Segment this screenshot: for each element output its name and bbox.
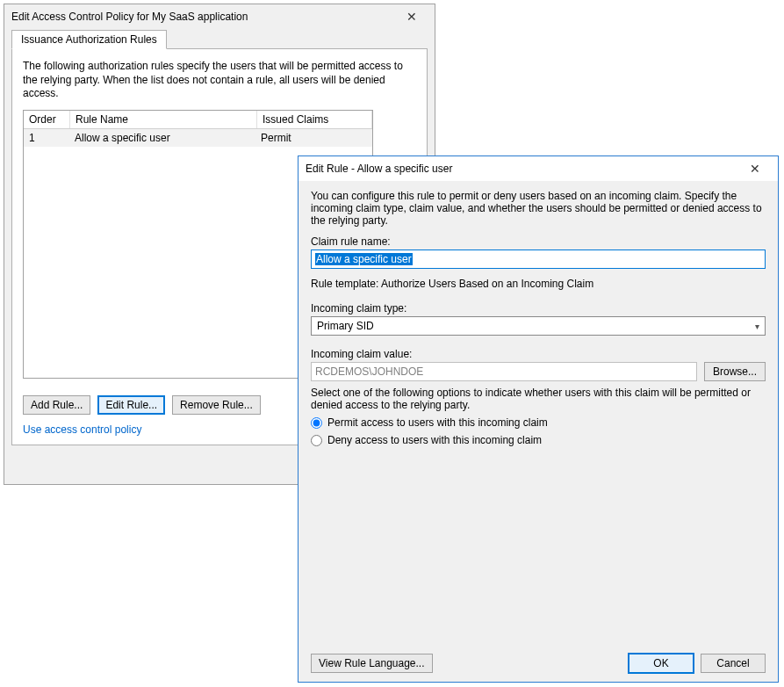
edit-rule-button[interactable]: Edit Rule... [97,395,165,415]
view-rule-language-button[interactable]: View Rule Language... [311,654,433,673]
radio-deny[interactable]: Deny access to users with this incoming … [311,434,766,446]
close-icon[interactable]: ✕ [394,6,429,27]
cell-claims: Permit [255,129,372,147]
cancel-button[interactable]: Cancel [701,654,766,673]
col-rule-name[interactable]: Rule Name [70,111,257,128]
incoming-claim-type-label: Incoming claim type: [311,302,766,315]
incoming-claim-value-label: Incoming claim value: [311,348,766,360]
radio-deny-label: Deny access to users with this incoming … [327,434,542,446]
table-row[interactable]: 1 Allow a specific user Permit [24,129,372,147]
intro-text: The following authorization rules specif… [23,60,416,101]
radio-permit-input[interactable] [311,417,322,429]
claim-rule-name-label: Claim rule name: [311,235,766,248]
incoming-claim-type-value: Primary SID [317,320,374,332]
col-issued-claims[interactable]: Issued Claims [257,111,372,128]
window-title: Edit Access Control Policy for My SaaS a… [11,11,394,23]
close-icon[interactable]: ✕ [737,158,773,179]
titlebar: Edit Access Control Policy for My SaaS a… [4,4,435,29]
radio-permit-label: Permit access to users with this incomin… [327,416,548,429]
ok-button[interactable]: OK [629,654,694,673]
chevron-down-icon: ▾ [755,322,759,331]
table-header: Order Rule Name Issued Claims [24,111,372,129]
remove-rule-button[interactable]: Remove Rule... [172,395,261,415]
tab-issuance-authorization-rules[interactable]: Issuance Authorization Rules [11,30,167,49]
radio-permit[interactable]: Permit access to users with this incomin… [311,416,766,429]
cell-order: 1 [24,129,69,147]
col-order[interactable]: Order [24,111,70,128]
claim-rule-name-value: Allow a specific user [315,253,413,265]
radio-deny-input[interactable] [311,435,322,446]
cell-name: Allow a specific user [69,129,255,147]
options-intro: Select one of the following options to i… [311,387,766,411]
use-access-control-policy-link[interactable]: Use access control policy [23,423,141,436]
intro-text: You can configure this rule to permit or… [311,190,766,227]
window-title: Edit Rule - Allow a specific user [306,163,737,175]
incoming-claim-value-input[interactable] [311,362,697,381]
edit-rule-window: Edit Rule - Allow a specific user ✕ You … [298,155,779,683]
titlebar: Edit Rule - Allow a specific user ✕ [298,156,778,181]
add-rule-button[interactable]: Add Rule... [23,395,90,415]
browse-button[interactable]: Browse... [704,362,766,381]
rule-template-text: Rule template: Authorize Users Based on … [311,278,766,290]
claim-rule-name-input[interactable]: Allow a specific user [311,249,766,269]
incoming-claim-type-select[interactable]: Primary SID ▾ [311,316,766,336]
